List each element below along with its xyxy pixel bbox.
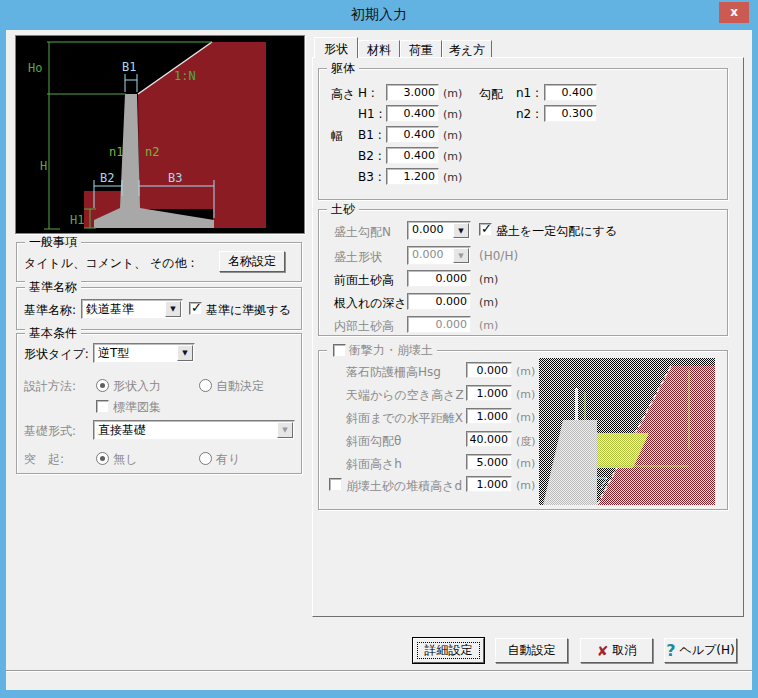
internal-soil-height-label: 内部土砂高: [334, 318, 394, 335]
auto-settings-button[interactable]: 自動設定: [495, 638, 568, 663]
tab-shape[interactable]: 形状: [314, 37, 358, 58]
front-soil-height-input[interactable]: 0.000: [407, 270, 471, 287]
input-B1[interactable]: 0.400: [386, 126, 439, 143]
impact-enable-checkbox[interactable]: [333, 344, 346, 357]
cancel-label: 取消: [612, 642, 636, 659]
input-H-value: 3.000: [404, 86, 436, 99]
slope-angle-label: 斜面勾配θ: [346, 433, 401, 450]
cancel-button[interactable]: ✘ 取消: [580, 638, 653, 663]
radio-dot: [100, 456, 105, 461]
crest-clearance-value: 1.000: [477, 387, 509, 400]
fill-slope-combobox[interactable]: 0.000 ▼: [407, 221, 471, 240]
slope-angle-value: 40.000: [470, 433, 509, 446]
unit-H: (m): [443, 87, 462, 100]
input-n2[interactable]: 0.300: [544, 105, 597, 122]
design-auto-radio[interactable]: [199, 379, 212, 392]
dim-label-b1: B1: [122, 60, 136, 74]
input-B2[interactable]: 0.400: [386, 147, 439, 164]
fill-shape-label: 盛土形状: [334, 249, 382, 266]
slope-group-label: 勾配: [479, 86, 503, 103]
input-H1-value: 0.400: [404, 107, 436, 120]
uniform-fill-slope-checkbox[interactable]: ✓: [479, 223, 492, 236]
input-H[interactable]: 3.000: [386, 84, 439, 101]
row-b3-name: B3 :: [358, 170, 382, 184]
name-setting-button[interactable]: 名称設定: [219, 251, 285, 272]
tab-material[interactable]: 材料: [358, 40, 400, 58]
front-soil-height-value: 0.000: [436, 272, 468, 285]
standard-group: 基準名称 基準名称: 鉄道基準 ▼ ✓ 基準に準拠する: [16, 287, 302, 330]
row-n2-name: n2 :: [516, 107, 539, 121]
preview-dither-overlay: [539, 358, 715, 505]
tab-load-label: 荷重: [409, 43, 433, 57]
crest-clearance-input[interactable]: 1.000: [466, 385, 512, 401]
design-shape-input-radio[interactable]: [96, 379, 109, 392]
dim-label-n1: n1: [109, 145, 123, 159]
radio-dot: [100, 383, 105, 388]
row-n1-name: n1 :: [516, 86, 539, 100]
detail-settings-button[interactable]: 詳細設定: [413, 638, 484, 663]
shape-type-label: 形状タイプ:: [24, 346, 89, 363]
body-group: 躯体 高さ H : 3.000 (m) H1 : 0.400 (m) 幅 B1 …: [318, 68, 728, 200]
protrusion-yes-radio[interactable]: [199, 452, 212, 465]
tab-shape-label: 形状: [324, 42, 348, 56]
row-b2-name: B2 :: [358, 149, 382, 163]
check-icon: ✓: [191, 300, 202, 315]
cancel-x-icon: ✘: [597, 643, 609, 659]
shape-type-combobox[interactable]: 逆T型 ▼: [93, 343, 195, 363]
crest-clearance-label: 天端からの空き高さZ: [346, 387, 464, 404]
input-B3[interactable]: 1.200: [386, 168, 439, 185]
foundation-type-label: 基礎形式:: [24, 423, 76, 440]
debris-height-label: 崩壊土砂の堆積高さd: [346, 478, 462, 495]
input-H1[interactable]: 0.400: [386, 105, 439, 122]
footer-divider: [6, 670, 752, 672]
dim-label-ho: Ho: [28, 61, 42, 75]
tab-load[interactable]: 荷重: [400, 40, 442, 58]
fence-height-input[interactable]: 0.000: [466, 362, 512, 378]
slope-distance-input[interactable]: 1.000: [466, 408, 512, 424]
fill-slope-value: 0.000: [412, 223, 444, 236]
input-B1-value: 0.400: [404, 128, 436, 141]
help-question-icon: ?: [666, 641, 675, 660]
general-row-label: タイトル、コメント、 その他 :: [24, 255, 194, 272]
basic-group-title: 基本条件: [25, 326, 81, 340]
foundation-type-combobox[interactable]: 直接基礎 ▼: [93, 420, 295, 440]
standard-drawings-checkbox[interactable]: [96, 400, 109, 413]
help-button[interactable]: ? ヘルプ(H): [664, 638, 737, 663]
embedment-depth-input[interactable]: 0.000: [407, 293, 471, 310]
chevron-down-icon[interactable]: ▼: [453, 223, 469, 238]
front-soil-height-unit: (m): [479, 273, 498, 286]
slope-angle-unit: (度): [516, 434, 536, 449]
standard-name-combobox[interactable]: 鉄道基準 ▼: [81, 299, 183, 319]
chevron-down-icon[interactable]: ▼: [177, 345, 193, 361]
input-n1[interactable]: 0.400: [544, 84, 597, 101]
row-h-name: H :: [358, 86, 375, 100]
front-soil-height-label: 前面土砂高: [334, 272, 394, 289]
follow-standard-label: 基準に準拠する: [206, 302, 291, 319]
slope-height-input[interactable]: 5.000: [466, 454, 512, 470]
row-h1-name: H1 :: [358, 107, 383, 121]
fill-shape-combobox: 0.000 ▼: [407, 246, 471, 265]
dim-label-b2: B2: [100, 171, 114, 185]
fence-height-label: 落石防護柵高Hsg: [346, 364, 441, 381]
debris-height-checkbox[interactable]: [329, 478, 342, 491]
protrusion-none-radio[interactable]: [96, 452, 109, 465]
slope-angle-input[interactable]: 40.000: [466, 431, 512, 447]
chevron-down-icon[interactable]: ▼: [165, 301, 181, 317]
foundation-type-value: 直接基礎: [98, 423, 146, 437]
unit-B3: (m): [443, 171, 462, 184]
input-n2-value: 0.300: [562, 107, 594, 120]
close-button[interactable]: x: [719, 2, 749, 23]
protrusion-none-label: 無し: [113, 451, 137, 468]
height-group-label: 高さ: [331, 86, 355, 103]
auto-settings-label: 自動設定: [508, 642, 556, 659]
design-auto-label: 自動決定: [216, 378, 264, 395]
standard-name-value: 鉄道基準: [86, 302, 134, 316]
debris-height-input[interactable]: 1.000: [466, 476, 512, 492]
slope-label: 1:N: [174, 69, 196, 83]
fill-shape-suffix: (H0/H): [479, 249, 518, 263]
tab-approach[interactable]: 考え方: [442, 40, 492, 58]
body-group-title: 躯体: [327, 61, 359, 75]
follow-standard-checkbox[interactable]: ✓: [189, 302, 202, 315]
crest-clearance-unit: (m): [516, 388, 535, 401]
dialog-content: Ho H H1 B1 B2 B3 n1 n2 1:N 一般事項 タイトル、コメン…: [6, 30, 752, 690]
